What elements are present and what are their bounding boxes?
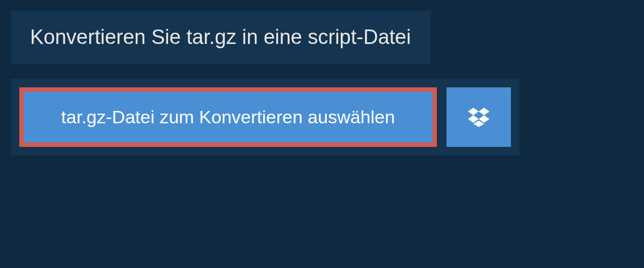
select-file-label: tar.gz-Datei zum Konvertieren auswählen	[61, 107, 395, 128]
dropbox-icon	[468, 108, 489, 127]
select-file-button[interactable]: tar.gz-Datei zum Konvertieren auswählen	[19, 87, 437, 147]
upload-section: tar.gz-Datei zum Konvertieren auswählen	[11, 79, 519, 155]
page-title: Konvertieren Sie tar.gz in eine script-D…	[30, 26, 411, 49]
dropbox-button[interactable]	[447, 87, 511, 147]
main-container: Konvertieren Sie tar.gz in eine script-D…	[0, 0, 644, 155]
header-bar: Konvertieren Sie tar.gz in eine script-D…	[11, 11, 430, 64]
